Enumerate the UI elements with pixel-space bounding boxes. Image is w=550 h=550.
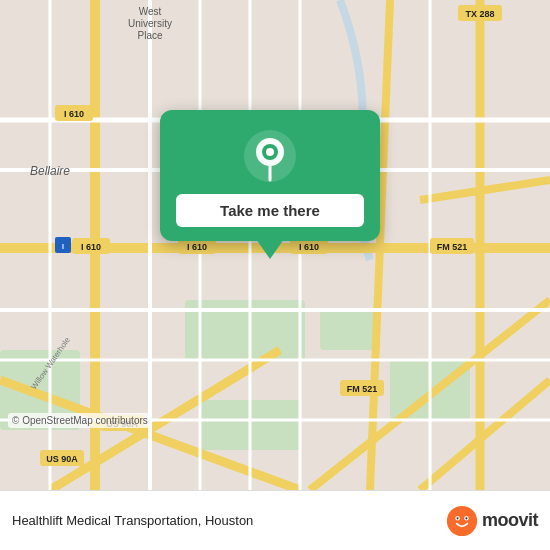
moovit-icon — [446, 505, 478, 537]
svg-text:University: University — [128, 18, 172, 29]
moovit-text: moovit — [482, 510, 538, 531]
bottom-bar: Healthlift Medical Transportation, Houst… — [0, 490, 550, 550]
svg-point-58 — [456, 517, 458, 519]
svg-text:I 610: I 610 — [81, 242, 101, 252]
take-me-there-button[interactable]: Take me there — [176, 194, 364, 227]
svg-text:I 610: I 610 — [187, 242, 207, 252]
svg-rect-2 — [320, 310, 380, 350]
svg-text:West: West — [139, 6, 162, 17]
svg-text:Place: Place — [137, 30, 162, 41]
svg-text:I 610: I 610 — [64, 109, 84, 119]
svg-text:Bellaire: Bellaire — [30, 164, 70, 178]
moovit-logo: moovit — [446, 505, 538, 537]
svg-text:I 610: I 610 — [299, 242, 319, 252]
svg-text:TX 288: TX 288 — [465, 9, 494, 19]
map-container: I 610 I 610 I 610 I 610 US 90A US 90A FM… — [0, 0, 550, 490]
svg-text:I: I — [62, 243, 64, 250]
location-name: Healthlift Medical Transportation, Houst… — [12, 513, 446, 528]
location-popup: Take me there — [160, 110, 380, 241]
svg-text:FM 521: FM 521 — [347, 384, 378, 394]
svg-point-59 — [465, 517, 467, 519]
svg-text:US 90A: US 90A — [46, 454, 78, 464]
svg-point-54 — [266, 148, 274, 156]
map-pin-icon — [244, 130, 296, 182]
svg-text:FM 521: FM 521 — [437, 242, 468, 252]
copyright-notice: © OpenStreetMap contributors — [8, 413, 152, 428]
svg-point-55 — [447, 505, 477, 535]
